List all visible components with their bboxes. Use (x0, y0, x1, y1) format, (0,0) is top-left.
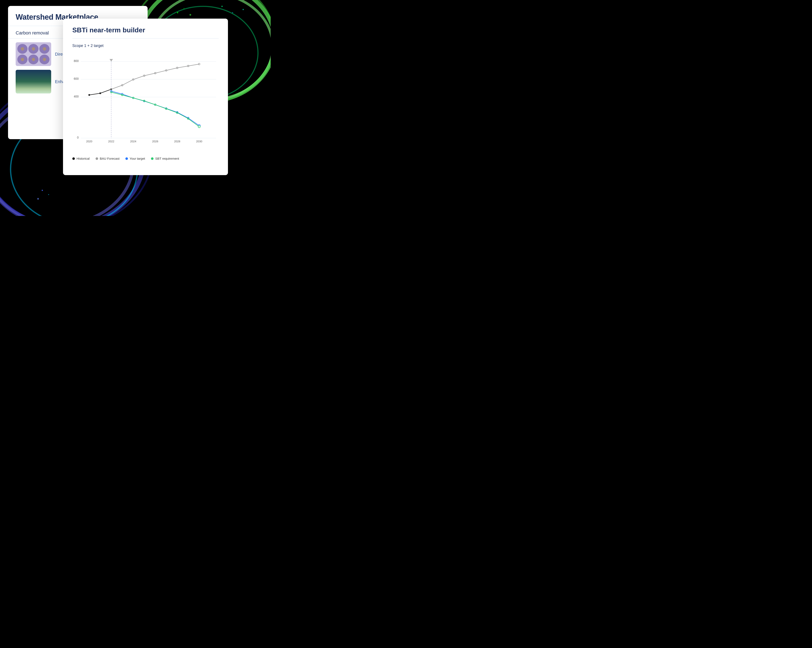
fan-cell (28, 55, 38, 64)
svg-marker-32 (110, 59, 113, 61)
sbti-card: SBTi near-term builder Scope 1 + 2 targe… (63, 18, 228, 175)
legend-label-target: Your target (130, 157, 145, 160)
svg-point-10 (189, 14, 191, 16)
svg-point-15 (48, 194, 49, 195)
svg-point-11 (221, 6, 223, 7)
svg-text:2024: 2024 (130, 140, 136, 143)
svg-point-9 (183, 8, 185, 9)
chart-svg: 800 600 400 0 2020 2022 2024 2026 2028 2… (72, 52, 219, 153)
legend-dot-historical (72, 157, 75, 160)
legend-label-historical: Historical (76, 157, 90, 160)
legend-historical: Historical (72, 157, 90, 160)
svg-text:2020: 2020 (86, 140, 92, 143)
fan-cell (39, 55, 49, 64)
legend-sbt: SBT requirement (151, 157, 179, 160)
svg-point-14 (42, 190, 43, 191)
svg-text:400: 400 (74, 95, 79, 98)
legend-bau: BAU Forecast (96, 157, 119, 160)
svg-text:2028: 2028 (174, 140, 180, 143)
svg-point-8 (177, 12, 178, 13)
legend-label-bau: BAU Forecast (100, 157, 119, 160)
svg-text:2026: 2026 (152, 140, 159, 143)
svg-text:800: 800 (74, 59, 79, 63)
svg-point-62 (198, 125, 200, 128)
svg-point-16 (37, 198, 39, 200)
svg-text:2030: 2030 (196, 140, 202, 143)
fan-cell (28, 44, 38, 54)
svg-point-13 (243, 9, 244, 10)
fan-cell (39, 44, 49, 54)
dac-thumbnail (16, 42, 51, 66)
svg-text:600: 600 (74, 77, 79, 80)
svg-text:2022: 2022 (108, 140, 114, 143)
legend-dot-target (125, 157, 128, 160)
chart-legend: Historical BAU Forecast Your target SBT … (72, 157, 219, 160)
legend-dot-sbt (151, 157, 154, 160)
svg-point-12 (232, 12, 233, 13)
fan-cell (17, 44, 27, 54)
svg-text:0: 0 (77, 136, 79, 139)
legend-target: Your target (125, 157, 145, 160)
ew-thumbnail (16, 70, 51, 93)
chart-area: 800 600 400 0 2020 2022 2024 2026 2028 2… (72, 52, 219, 153)
svg-point-33 (89, 94, 90, 96)
chart-subtitle: Scope 1 + 2 target (72, 44, 219, 48)
fan-cell (17, 55, 27, 64)
svg-point-34 (99, 92, 101, 94)
legend-dot-bau (96, 157, 98, 160)
legend-label-sbt: SBT requirement (155, 157, 179, 160)
chart-title: SBTi near-term builder (72, 26, 219, 38)
